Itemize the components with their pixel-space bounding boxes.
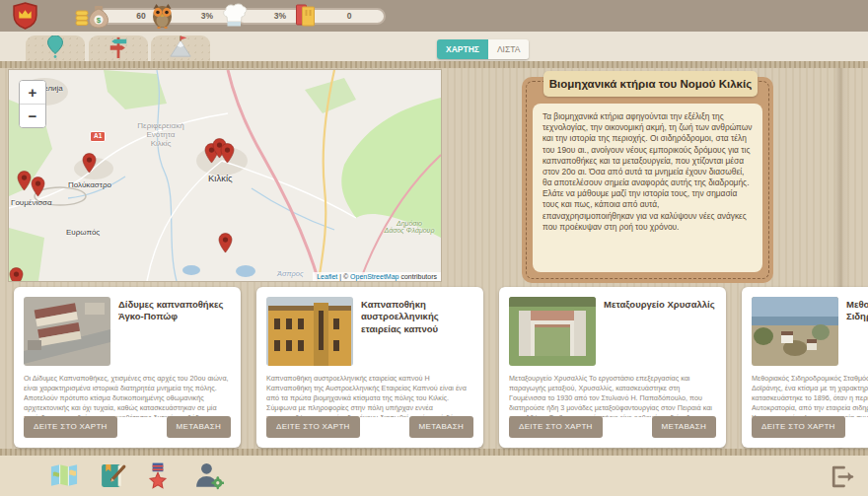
card-title: Μεταξουργείο Χρυσαλλίς (604, 299, 718, 311)
poi-card: Μεταξουργείο Χρυσαλλίς Μεταξουργείο Χρυσ… (499, 287, 726, 448)
poi-card: Καπναποθήκη αυστροελληνικής εταιρείας κα… (256, 287, 483, 448)
see-on-map-button[interactable]: ΔΕΙΤΕ ΣΤΟ ΧΑΡΤΗ (752, 416, 845, 438)
owl-icon (150, 3, 175, 29)
medal-icon[interactable] (146, 461, 176, 491)
go-to-button[interactable]: ΜΕΤΑΒΑΣΗ (652, 416, 716, 438)
mountain-flag-icon (169, 35, 192, 62)
poi-card: Μεθοριακός Σιδηροδρομικός Σταθμός Μεθορι… (742, 287, 868, 448)
top-ribbon-divider (0, 61, 868, 68)
card-thumbnail-railway-station (752, 297, 838, 366)
bottom-bar (0, 456, 868, 496)
card-description: Μεθοριακός Σιδηροδρομικός Σταθμός Ο σιδη… (752, 374, 868, 417)
map-marker[interactable] (9, 267, 24, 282)
see-on-map-button[interactable]: ΔΕΙΤΕ ΣΤΟ ΧΑΡΤΗ (509, 416, 603, 438)
info-panel: Βιομηχανικά κτήρια του Νομού Κιλκίς Τα β… (522, 77, 773, 283)
zoom-out-button[interactable]: − (20, 105, 45, 127)
cards-icon (294, 3, 317, 29)
map-attribution: Leaflet | © OpenStreetMap contributors (313, 272, 441, 281)
chef-hat-icon (221, 3, 248, 29)
card-title: Καπναποθήκη αυστροελληνικής εταιρείας κα… (361, 299, 475, 335)
info-panel-title: Βιομηχανικά κτήρια του Νομού Κιλκίς (543, 71, 758, 97)
tab-routes[interactable] (89, 35, 148, 61)
journal-icon[interactable] (99, 461, 128, 491)
tab-achievements[interactable] (151, 35, 210, 61)
map-marker[interactable] (31, 177, 45, 197)
card-description: Οι Δίδυμες Καπναποθήκες, χτισμένες στις … (24, 374, 233, 417)
card-title: Δίδυμες καπναποθήκες Άγκο-Ποπώφ (118, 299, 233, 323)
card-title: Μεθοριακός Σιδηροδρομικός Σταθμός (846, 299, 868, 323)
map-marker[interactable] (218, 233, 233, 253)
tab-locations[interactable] (26, 35, 85, 61)
map-icon[interactable] (49, 461, 79, 491)
cards-value: 0 (305, 8, 386, 25)
resource-cards: 0 (294, 4, 386, 28)
map-marker[interactable] (17, 171, 32, 191)
location-pin-icon (47, 35, 63, 62)
card-thumbnail-silk-factory (509, 297, 596, 366)
map-zoom-control: + − (19, 80, 46, 128)
see-on-map-button[interactable]: ΔΕΙΤΕ ΣΤΟ ΧΑΡΤΗ (266, 416, 360, 438)
see-on-map-button[interactable]: ΔΕΙΤΕ ΣΤΟ ΧΑΡΤΗ (24, 416, 117, 438)
map-canvas[interactable]: Гевгелија Περιφερειακή Ενότητα Κιλκίς Πο… (8, 69, 442, 282)
zoom-in-button[interactable]: + (20, 81, 45, 105)
svg-text:$: $ (97, 16, 102, 25)
map-marker[interactable] (220, 143, 235, 164)
card-description: Μεταξουργείο Χρυσαλλίς Το εργοστάσιο επε… (509, 374, 718, 417)
bottom-ribbon-divider (0, 449, 868, 456)
toggle-map-button[interactable]: ΧΑΡΤΗΣ (437, 39, 488, 59)
attribution-separator: | © (337, 273, 350, 280)
attribution-contributors: contributors (398, 273, 437, 280)
signpost-icon (108, 35, 129, 63)
go-to-button[interactable]: ΜΕΤΑΒΑΣΗ (167, 416, 231, 438)
osm-link[interactable]: OpenStreetMap (350, 273, 398, 280)
card-description: Καπναποθήκη αυστροελληνικής εταιρείας κα… (266, 374, 475, 417)
user-settings-icon[interactable] (193, 461, 223, 491)
tab-row: ΧΑΡΤΗΣ ΛΙΣΤΑ (0, 32, 868, 61)
map-marker[interactable] (82, 153, 97, 174)
exit-icon[interactable] (829, 463, 858, 493)
view-toggle: ΧΑΡΤΗΣ ΛΙΣΤΑ (437, 39, 529, 59)
info-panel-body: Τα βιομηχανικά κτήρια αφηγούνται την εξέ… (533, 104, 762, 272)
card-thumbnail-twin-warehouses (24, 297, 110, 366)
card-thumbnail-yellow-warehouse (266, 297, 353, 366)
leaflet-link[interactable]: Leaflet (317, 273, 337, 280)
go-to-button[interactable]: ΜΕΤΑΒΑΣΗ (409, 416, 473, 438)
top-bar: $ 60 3% 3% (0, 0, 868, 32)
motorway-a1-badge: A1 (90, 131, 106, 142)
toggle-list-button[interactable]: ΛΙΣΤΑ (488, 39, 530, 59)
poi-card: Δίδυμες καπναποθήκες Άγκο-Ποπώφ Οι Δίδυμ… (14, 287, 241, 448)
shield-crown-icon (12, 2, 38, 34)
coins-moneybag-icon: $ (75, 3, 108, 29)
